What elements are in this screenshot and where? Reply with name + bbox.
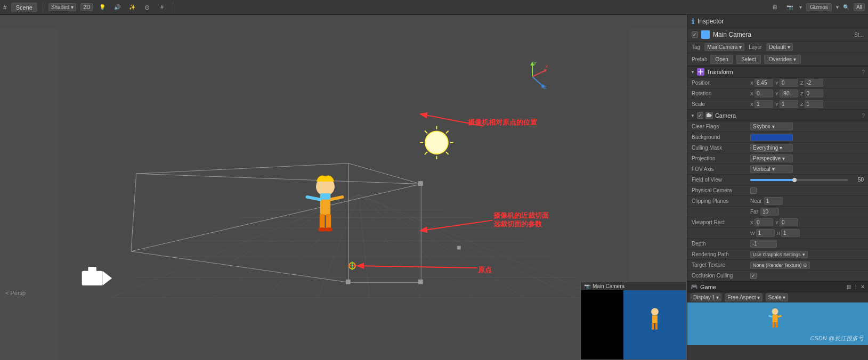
rot-z-input[interactable]: [805, 89, 823, 97]
prefab-label: Prefab: [692, 56, 707, 62]
prefab-overrides-button[interactable]: Overrides ▾: [764, 55, 801, 64]
scale-z-input[interactable]: [805, 100, 823, 108]
audio-icon[interactable]: 🔊: [112, 3, 123, 12]
fov-slider[interactable]: 50: [750, 177, 864, 183]
chevron-down-icon: ▾: [739, 44, 742, 50]
rot-y-input[interactable]: [780, 89, 798, 97]
game-controls: ⊞ ⋮ ✕: [847, 284, 865, 290]
prefab-open-button[interactable]: Open: [710, 55, 733, 64]
gizmos-button[interactable]: Gizmos: [806, 3, 832, 11]
camera-section-header[interactable]: ▼ ✓ Camera ?: [687, 110, 868, 121]
all-dropdown[interactable]: All: [854, 3, 865, 11]
scale-x-input[interactable]: [755, 100, 773, 108]
chevron-down-icon: ▾: [716, 294, 719, 300]
scene-view[interactable]: 摄像机相对原点的位置 摄像机的近裁切面 远裁切面的参数 原点: [0, 15, 687, 360]
rot-x-field: X: [750, 89, 773, 97]
static-toggle[interactable]: St...: [854, 32, 864, 38]
rot-x-input[interactable]: [755, 89, 773, 97]
occlusion-culling-row: Occlusion Culling ✓: [687, 271, 868, 281]
rot-y-field: Y: [775, 89, 798, 97]
svg-text:原点: 原点: [477, 266, 492, 274]
game-maximize-icon[interactable]: ⊞: [847, 284, 851, 290]
physical-camera-checkbox[interactable]: [750, 187, 757, 194]
chevron-down-icon: ▾: [793, 56, 796, 62]
pos-x-input[interactable]: [755, 79, 773, 87]
scene-tab[interactable]: Scene: [11, 3, 37, 12]
svg-text:Z: Z: [543, 85, 547, 90]
mini-camera-preview: 📷 Main Camera: [580, 282, 687, 360]
scale-y-field: Y: [775, 100, 798, 108]
clear-flags-dropdown[interactable]: Skybox ▾: [750, 122, 793, 130]
separator-1: [43, 3, 43, 12]
near-input[interactable]: [764, 197, 783, 205]
far-label: Far: [750, 209, 758, 215]
game-close-icon[interactable]: ✕: [861, 284, 865, 290]
transform-icon: [697, 68, 704, 76]
camera-help-icon[interactable]: ?: [862, 113, 865, 119]
pos-z-input[interactable]: [805, 79, 823, 87]
pos-y-input[interactable]: [780, 79, 798, 87]
transform-section-header[interactable]: ▼ Transform ?: [687, 66, 868, 78]
mini-preview-content: [581, 290, 686, 359]
display-dropdown[interactable]: Display 1 ▾: [691, 293, 721, 301]
camera-section-title: Camera: [715, 112, 860, 119]
mini-camera-icon: 📷: [584, 283, 590, 289]
prefab-row: Prefab Open Select Overrides ▾: [687, 53, 868, 66]
object-enabled-checkbox[interactable]: ✓: [692, 31, 698, 38]
aspect-dropdown[interactable]: Free Aspect ▾: [725, 293, 762, 301]
camera-enabled-checkbox[interactable]: ✓: [697, 112, 703, 119]
fov-slider-thumb[interactable]: [792, 178, 797, 182]
svg-rect-93: [776, 322, 778, 328]
scale-dropdown[interactable]: Scale ▾: [766, 293, 788, 301]
culling-mask-dropdown[interactable]: Everything ▾: [750, 144, 793, 152]
browse-icon[interactable]: ⊙: [803, 263, 807, 268]
svg-rect-92: [773, 322, 775, 328]
svg-rect-30: [418, 280, 423, 284]
scene-visibility-icon[interactable]: ⊙: [142, 3, 152, 12]
chevron-down-icon: ▾: [788, 44, 790, 50]
rendering-path-dropdown[interactable]: Use Graphics Settings ▾: [750, 251, 808, 258]
viewport-h-input[interactable]: [781, 229, 800, 237]
prefab-select-button[interactable]: Select: [736, 55, 761, 64]
svg-marker-85: [710, 114, 712, 117]
camera-switch-icon[interactable]: 📷: [784, 3, 795, 12]
physical-camera-label: Physical Camera: [692, 187, 750, 193]
view-2d-toggle[interactable]: 2D: [80, 3, 93, 11]
transform-collapse-icon: ▼: [691, 70, 695, 75]
chevron-down-icon: ▾: [783, 294, 785, 300]
watermark: CSDN @长江很多号: [810, 334, 864, 342]
object-name[interactable]: Main Camera: [713, 31, 851, 38]
svg-text:X: X: [545, 64, 548, 69]
lighting-icon[interactable]: 💡: [97, 3, 108, 12]
viewport-x-input[interactable]: [755, 218, 773, 226]
maximize-icon[interactable]: ⊞: [769, 3, 780, 12]
mini-preview-left: [581, 290, 623, 359]
svg-text:摄像机的近裁切面: 摄像机的近裁切面: [493, 211, 549, 219]
fx-icon[interactable]: ✨: [127, 3, 137, 12]
target-texture-row: Target Texture None (Render Texture) ⊙: [687, 260, 868, 271]
grid-icon[interactable]: #: [157, 3, 167, 12]
fov-axis-dropdown[interactable]: Vertical ▾: [750, 165, 793, 173]
projection-dropdown[interactable]: Perspective ▾: [750, 154, 793, 162]
viewport-w-input[interactable]: [756, 229, 775, 237]
occlusion-culling-checkbox[interactable]: ✓: [750, 273, 757, 279]
svg-rect-29: [418, 182, 423, 186]
game-panel-header: 🎮 Game ⊞ ⋮ ✕: [687, 282, 868, 292]
viewport-y-input[interactable]: [780, 218, 798, 226]
depth-input[interactable]: [750, 240, 777, 248]
background-color-swatch[interactable]: [750, 134, 793, 141]
target-texture-dropdown[interactable]: None (Render Texture) ⊙: [750, 261, 810, 269]
transform-help-icon[interactable]: ?: [862, 69, 865, 75]
fov-slider-track[interactable]: [750, 179, 848, 181]
scale-y-input[interactable]: [780, 100, 798, 108]
layer-dropdown[interactable]: Default ▾: [766, 43, 792, 51]
svg-point-88: [772, 308, 778, 315]
svg-line-71: [532, 77, 542, 85]
scale-row: Scale X Y Z: [687, 99, 868, 110]
game-dots-icon[interactable]: ⋮: [853, 284, 858, 290]
game-icon: 🎮: [691, 283, 698, 290]
far-input[interactable]: [760, 208, 779, 216]
physical-camera-row: Physical Camera: [687, 185, 868, 196]
shaded-dropdown[interactable]: Shaded ▾: [48, 3, 76, 11]
tag-dropdown[interactable]: MainCamera ▾: [704, 43, 744, 51]
